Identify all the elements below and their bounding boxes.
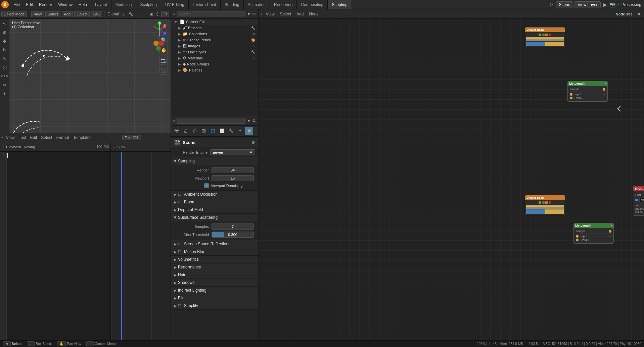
scene-name[interactable]: Scene	[556, 1, 573, 8]
tab-shading[interactable]: Shading	[221, 0, 244, 9]
viewport-3d[interactable]: ↖ ⊕ ✥ ↻ ⤡ ⬡ CAD ✏ + User Perspective (1)…	[0, 19, 171, 133]
view-button[interactable]: View	[31, 11, 44, 17]
motion-blur-header[interactable]: ▶ ☐ Motion Blur	[171, 248, 258, 255]
object-button[interactable]: Object	[74, 11, 90, 17]
render-engine-dropdown[interactable]: Eevee ▼	[210, 149, 255, 155]
ssr-header[interactable]: ▶ ☐ Screen Space Reflections	[171, 240, 258, 248]
props-view-layer-icon[interactable]: ⬡	[191, 127, 199, 135]
images-item[interactable]: ▶ 🖼 Images ⚠	[171, 43, 258, 49]
props-search[interactable]	[177, 118, 245, 124]
shadows-header[interactable]: ▶ Shadows	[171, 279, 258, 286]
frame-start[interactable]: 100	[97, 145, 102, 149]
timeline-content[interactable]	[111, 152, 171, 340]
detail-output-node-2[interactable]: TriOutput × Port Sub	[633, 186, 644, 216]
tab-layout[interactable]: Layout	[91, 0, 111, 9]
list-length-node-2[interactable]: ListLength × Length Input -1	[573, 223, 614, 244]
props-filter-icon[interactable]: ▼	[247, 118, 251, 123]
props-scene-icon[interactable]: 🎬	[200, 127, 208, 135]
render-value[interactable]: 64	[212, 167, 254, 173]
frame-end[interactable]: 200	[103, 145, 109, 149]
props-render-icon[interactable]: 📷	[173, 127, 181, 135]
outliner-settings-icon[interactable]: ⚙	[252, 12, 256, 16]
node-node-button[interactable]: Node	[307, 11, 321, 17]
text-edit-button[interactable]: Edit	[29, 135, 39, 141]
viewport-denoising-checkbox[interactable]: ✓	[204, 183, 209, 188]
overlay-icon[interactable]: ◉	[149, 11, 154, 17]
outliner-filter-icon[interactable]: ▼	[247, 12, 251, 16]
list-length-node-1[interactable]: ListLength × Length Input -1	[567, 81, 608, 102]
viewer-draw-node-2[interactable]: Viewer Draw	[525, 195, 565, 215]
text-templates-button[interactable]: Templates	[72, 135, 93, 141]
node-select-button[interactable]: Select	[278, 11, 293, 17]
current-file-item[interactable]: ▼ 📄 Current File	[171, 19, 258, 25]
viewer-draw-node-1[interactable]: Viewer Draw	[525, 27, 565, 47]
menu-edit[interactable]: Edit	[23, 2, 36, 8]
props-modifier-icon[interactable]: 🔧	[227, 127, 235, 135]
text-select-button[interactable]: Select	[40, 135, 53, 141]
ambient-occlusion-header[interactable]: ▶ ☐ Ambient Occlusion	[171, 191, 258, 198]
scene-options-icon[interactable]: ⚙	[251, 140, 255, 145]
playback-label[interactable]: Playback	[6, 145, 21, 149]
select-button[interactable]: Select	[45, 11, 60, 17]
shading-icon[interactable]: ⬡	[155, 11, 160, 17]
tab-scripting[interactable]: Scripting	[328, 0, 352, 9]
global-dropdown[interactable]: Global	[106, 11, 120, 17]
node-groups-item[interactable]: ▶ ◆ Node Groups	[171, 61, 258, 67]
context-menu-btn[interactable]: ⊞	[86, 341, 94, 346]
box-select-btn[interactable]: ⬚	[27, 341, 35, 346]
text-content[interactable]: 1	[0, 152, 110, 340]
keying-label[interactable]: Keying	[22, 145, 37, 149]
text-text-button[interactable]: Text	[17, 135, 28, 141]
gis-button[interactable]: GIS	[91, 11, 102, 17]
node-view-button[interactable]: View	[264, 11, 277, 17]
select-mouse-btn[interactable]: 🖱	[3, 341, 11, 346]
simplify-header[interactable]: ▶ ☐ Simplify	[171, 302, 258, 309]
props-particles-icon[interactable]: ✦	[236, 127, 244, 135]
tab-compositing[interactable]: Compositing	[297, 0, 328, 9]
menu-file[interactable]: File	[11, 2, 22, 8]
props-physics-icon[interactable]: ⚡	[245, 127, 253, 135]
tab-uv-editing[interactable]: UV Editing	[161, 0, 189, 9]
list-length-2-close[interactable]: ×	[610, 224, 612, 227]
volumetrics-header[interactable]: ▶ Volumetrics	[171, 256, 258, 263]
node-close-icon[interactable]: ✕	[636, 11, 642, 17]
xray-button[interactable]: ⬡	[161, 11, 169, 17]
hair-header[interactable]: ▶ Hair	[171, 271, 258, 279]
object-mode-button[interactable]: Object Mode	[1, 11, 27, 17]
pivot-icon[interactable]: ⊙	[122, 11, 126, 17]
detail-2-input2[interactable]	[639, 198, 644, 202]
tab-animation[interactable]: Animation	[244, 0, 270, 9]
pan-view-btn[interactable]: ✋	[57, 341, 66, 346]
outliner-search[interactable]	[177, 11, 245, 17]
props-settings-icon[interactable]: ⚙	[252, 118, 256, 123]
bloom-header[interactable]: ▶ ☐ Bloom	[171, 198, 258, 206]
add-button[interactable]: Add	[62, 11, 73, 17]
menu-render[interactable]: Render	[36, 2, 55, 8]
text-view-button[interactable]: View	[5, 135, 16, 141]
depth-of-field-header[interactable]: ▶ Depth of Field	[171, 206, 258, 213]
tab-modeling[interactable]: Modeling	[111, 0, 136, 9]
grease-pencil-item[interactable]: ▶ ✏ Grease Pencil 🎨	[171, 37, 258, 43]
materials-item[interactable]: ▶ ⚙ Materials ⚠	[171, 55, 258, 61]
menu-help[interactable]: Help	[76, 2, 90, 8]
line-styles-item[interactable]: ▶ 〰 Line Styles 🔧	[171, 49, 258, 55]
render-icon[interactable]: ▶	[603, 2, 607, 7]
view-layer[interactable]: View Layer	[574, 1, 600, 8]
text-format-button[interactable]: Format	[55, 135, 71, 141]
samples-value[interactable]: 7	[212, 224, 254, 230]
tab-texture-paint[interactable]: Texture Paint	[189, 0, 221, 9]
props-object-icon[interactable]: ⬜	[218, 127, 226, 135]
sampling-header[interactable]: ▶ Sampling	[171, 157, 258, 165]
node-content[interactable]: Viewer Draw	[259, 19, 644, 340]
collections-item[interactable]: ▶ 📁 Collections ⚙	[171, 31, 258, 37]
menu-window[interactable]: Window	[55, 2, 75, 8]
indirect-lighting-header[interactable]: ▶ Indirect Lighting	[171, 287, 258, 294]
text-name[interactable]: Text.001	[122, 135, 141, 140]
film-header[interactable]: ▶ Film	[171, 294, 258, 302]
props-output-icon[interactable]: 🖨	[182, 127, 190, 135]
palettes-item[interactable]: ▶ 🎨 Palettes	[171, 67, 258, 73]
tab-rendering[interactable]: Rendering	[270, 0, 297, 9]
brushes-item[interactable]: ▶ 🖌 Brushes 🔧	[171, 25, 258, 31]
node-add-button[interactable]: Add	[294, 11, 306, 17]
blender-logo[interactable]: B	[1, 1, 9, 8]
